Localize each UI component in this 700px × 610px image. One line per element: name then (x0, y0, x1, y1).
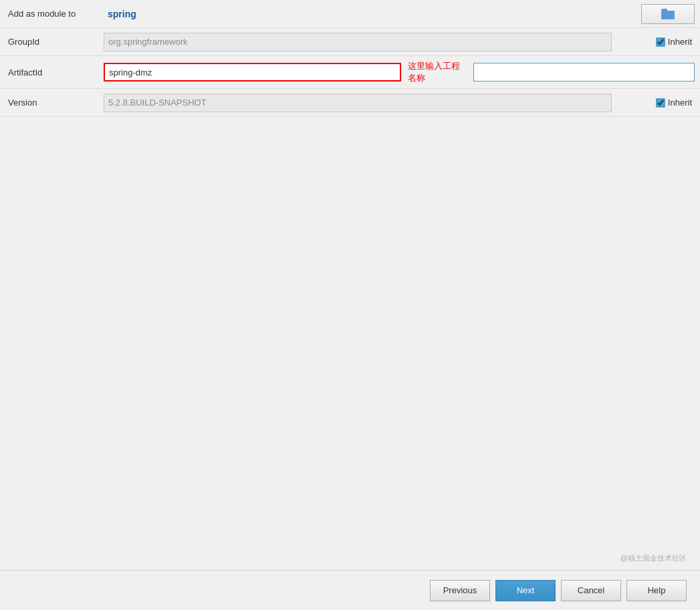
previous-button[interactable]: Previous (430, 580, 490, 601)
version-inherit-area: Inherit (656, 98, 700, 108)
groupid-inherit-area: Inherit (656, 37, 700, 47)
groupid-row: GroupId Inherit (0, 28, 700, 56)
version-label: Version (0, 92, 104, 113)
version-row: Version Inherit (0, 89, 700, 117)
version-input[interactable] (104, 94, 612, 112)
module-row: Add as module to spring (0, 0, 700, 28)
groupid-inherit-label: Inherit (668, 37, 692, 47)
add-module-label: Add as module to (0, 3, 104, 24)
artifactid-extra-input[interactable] (473, 63, 695, 82)
form-area: Add as module to spring GroupId Inherit … (0, 0, 700, 285)
artifactid-input-area: 这里输入工程名称 (104, 56, 700, 88)
dialog: Add as module to spring GroupId Inherit … (0, 0, 700, 610)
artifact-container: 这里输入工程名称 (104, 60, 473, 84)
version-inherit-label: Inherit (668, 98, 692, 108)
artifact-hint: 这里输入工程名称 (401, 60, 473, 84)
cancel-button[interactable]: Cancel (561, 580, 621, 601)
groupid-label: GroupId (0, 31, 104, 52)
bottom-bar: Previous Next Cancel Help (0, 570, 700, 610)
groupid-input[interactable] (104, 33, 612, 51)
folder-browse-button[interactable] (641, 4, 695, 24)
module-input-area: spring (104, 3, 641, 25)
help-button[interactable]: Help (626, 580, 687, 601)
folder-icon (661, 9, 675, 19)
next-button[interactable]: Next (495, 580, 556, 601)
artifactid-label: ArtifactId (0, 62, 104, 83)
watermark: @稿土掘金技术社区 (620, 553, 687, 563)
groupid-inherit-checkbox[interactable] (656, 37, 665, 47)
main-content (0, 285, 700, 571)
version-input-area (104, 90, 656, 116)
module-value: spring (104, 7, 140, 21)
groupid-input-area (104, 29, 656, 55)
version-inherit-checkbox[interactable] (656, 98, 665, 108)
artifactid-row: ArtifactId 这里输入工程名称 (0, 56, 700, 89)
artifactid-input[interactable] (104, 63, 401, 82)
